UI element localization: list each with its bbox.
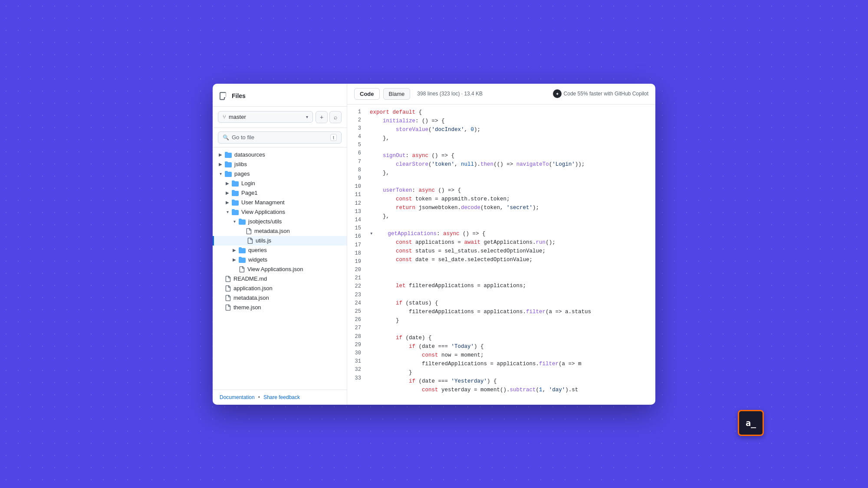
line-num: 5 xyxy=(347,141,366,149)
folder-icon xyxy=(225,151,232,158)
file-icon xyxy=(247,237,253,244)
folder-icon xyxy=(225,161,232,168)
line-num: 10 xyxy=(347,183,366,191)
share-feedback-link[interactable]: Share feedback xyxy=(263,394,300,400)
branch-actions: + ⌕ xyxy=(316,111,342,123)
folder-open-icon xyxy=(232,209,239,216)
tree-item-datasources[interactable]: ▶ datasources xyxy=(213,150,347,160)
code-line-22 xyxy=(370,290,655,299)
line-num: 16 xyxy=(347,233,366,241)
sidebar: Files ⑂ master ▾ + ⌕ 🔍 Go to file t ▶ xyxy=(213,84,347,405)
search-bar: 🔍 Go to file t xyxy=(213,128,347,147)
code-line-32: if (date === 'Yesterday') { xyxy=(370,377,655,386)
copilot-text: Code 55% faster with GitHub Copilot xyxy=(564,91,648,97)
tree-item-widgets[interactable]: ▶ widgets xyxy=(213,255,347,265)
line-num: 14 xyxy=(347,216,366,224)
line-num: 2 xyxy=(347,116,366,124)
code-line-21: let filteredApplications = applications; xyxy=(370,282,655,290)
code-line-26 xyxy=(370,325,655,334)
branch-label: master xyxy=(229,114,303,120)
chevron-right-icon: ▶ xyxy=(216,162,225,167)
line-num: 20 xyxy=(347,266,366,274)
tree-item-user-managment[interactable]: ▶ User Managment xyxy=(213,198,347,207)
code-line-30: filteredApplications = applications.filt… xyxy=(370,360,655,368)
line-num: 12 xyxy=(347,200,366,208)
code-line-23: if (status) { xyxy=(370,299,655,308)
chevron-right-icon: ▶ xyxy=(223,200,232,205)
code-line-19 xyxy=(370,264,655,273)
chevron-right-icon: ▶ xyxy=(230,257,239,262)
line-num: 33 xyxy=(347,374,366,383)
code-body: 1 2 3 4 5 6 7 8 9 10 11 12 13 14 15 16 1… xyxy=(347,105,655,405)
collapse-arrow-icon[interactable]: ▾ xyxy=(370,229,373,238)
tree-item-readme[interactable]: README.md xyxy=(213,274,347,284)
tree-item-label: widgets xyxy=(248,256,267,263)
tree-item-pages[interactable]: ▾ pages xyxy=(213,169,347,179)
tab-code[interactable]: Code xyxy=(354,88,380,100)
code-line-28: if (date === 'Today') { xyxy=(370,342,655,351)
code-line-7: clearStore('token', null).then(() => nav… xyxy=(370,160,655,169)
code-line-33: const yesterday = moment().subtract(1, '… xyxy=(370,386,655,394)
code-line-12: return jsonwebtoken.decode(token, 'secre… xyxy=(370,203,655,212)
file-icon xyxy=(225,304,231,311)
chevron-right-icon: ▶ xyxy=(223,190,232,195)
folder-icon xyxy=(239,256,246,263)
code-line-27: if (date) { xyxy=(370,334,655,342)
tree-item-view-applications-json[interactable]: View Applications.json xyxy=(213,265,347,274)
line-num: 24 xyxy=(347,299,366,308)
sidebar-header: Files xyxy=(213,84,347,107)
branch-selector[interactable]: ⑂ master ▾ xyxy=(218,111,313,123)
tree-item-utils-js[interactable]: utils.js xyxy=(213,236,347,246)
appsmith-badge-text: a_ xyxy=(746,418,756,428)
search-file-button[interactable]: ⌕ xyxy=(329,111,342,123)
line-num: 25 xyxy=(347,308,366,316)
line-num: 13 xyxy=(347,208,366,216)
tree-item-label: README.md xyxy=(233,275,267,282)
tree-item-label: metadata.json xyxy=(233,295,269,301)
folder-icon xyxy=(239,247,246,254)
tree-item-page1[interactable]: ▶ Page1 xyxy=(213,188,347,198)
chevron-right-icon: ▶ xyxy=(216,152,225,157)
tree-item-login[interactable]: ▶ Login xyxy=(213,179,347,188)
documentation-link[interactable]: Documentation xyxy=(220,394,255,400)
go-to-file-input[interactable]: 🔍 Go to file t xyxy=(218,131,342,144)
tree-item-label: utils.js xyxy=(256,237,271,244)
add-file-button[interactable]: + xyxy=(316,111,328,123)
tree-item-jslibs[interactable]: ▶ jslibs xyxy=(213,160,347,169)
folder-icon xyxy=(232,190,239,197)
file-tree: ▶ datasources ▶ jslibs ▾ page xyxy=(213,147,347,390)
line-num: 32 xyxy=(347,366,366,374)
tree-item-view-applications[interactable]: ▾ View Applications xyxy=(213,207,347,217)
tree-item-label: User Managment xyxy=(241,199,285,206)
tree-item-metadata-json-root[interactable]: metadata.json xyxy=(213,293,347,303)
code-line-10: userToken: async () => { xyxy=(370,186,655,195)
line-num: 30 xyxy=(347,349,366,357)
code-line-25: } xyxy=(370,316,655,325)
line-num: 15 xyxy=(347,224,366,233)
file-icon xyxy=(225,295,231,301)
line-numbers: 1 2 3 4 5 6 7 8 9 10 11 12 13 14 15 16 1… xyxy=(347,105,366,405)
tree-item-label: Page1 xyxy=(241,190,258,196)
line-num: 6 xyxy=(347,149,366,157)
line-num: 3 xyxy=(347,124,366,133)
tree-item-application-json[interactable]: application.json xyxy=(213,284,347,293)
search-shortcut: t xyxy=(330,134,337,141)
code-line-31: } xyxy=(370,368,655,377)
chevron-right-icon: ▶ xyxy=(223,181,232,186)
file-meta: 398 lines (323 loc) · 13.4 KB xyxy=(414,91,549,97)
code-line-1: export default { xyxy=(370,108,655,117)
tab-blame[interactable]: Blame xyxy=(383,88,411,100)
line-num: 8 xyxy=(347,166,366,174)
tree-item-label: Login xyxy=(241,180,255,187)
tree-item-jsobjects-utils[interactable]: ▾ jsobjects/utils xyxy=(213,217,347,226)
branch-chevron-icon: ▾ xyxy=(306,115,308,119)
tree-item-theme-json[interactable]: theme.json xyxy=(213,303,347,312)
code-line-18: const date = sel_date.selectedOptionValu… xyxy=(370,255,655,264)
tree-item-label: queries xyxy=(248,247,267,253)
code-line-16: const applications = await getApplicatio… xyxy=(370,238,655,247)
tree-item-queries[interactable]: ▶ queries xyxy=(213,246,347,255)
code-line-9 xyxy=(370,177,655,186)
code-line-4: }, xyxy=(370,134,655,143)
search-placeholder: Go to file xyxy=(232,134,328,141)
tree-item-metadata-json[interactable]: metadata.json xyxy=(213,226,347,236)
